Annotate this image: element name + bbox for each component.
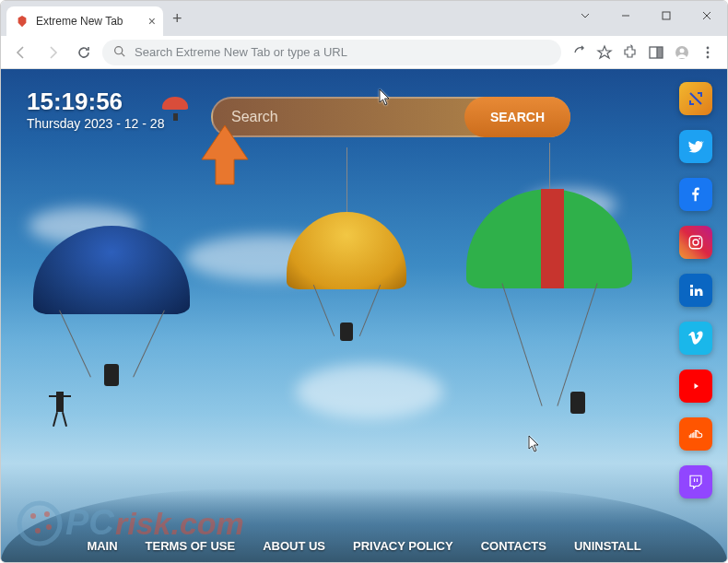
forward-button[interactable] <box>40 40 65 65</box>
social-twitter-icon[interactable] <box>679 130 712 163</box>
footer-link-terms[interactable]: TERMS OF USE <box>146 539 236 553</box>
new-tab-button[interactable]: + <box>163 6 192 32</box>
svg-point-19 <box>44 511 50 517</box>
reload-button[interactable] <box>71 40 97 65</box>
social-linkedin-icon[interactable] <box>679 274 712 307</box>
bookmark-icon[interactable] <box>596 44 613 61</box>
tab-close-icon[interactable]: × <box>148 14 156 29</box>
clock-time: 15:19:56 <box>27 88 164 116</box>
parachute-small-red <box>162 97 188 119</box>
chevron-down-icon[interactable] <box>565 1 605 30</box>
parachute-blue <box>33 226 190 373</box>
social-twitch-icon[interactable] <box>679 465 712 498</box>
profile-icon[interactable] <box>674 44 690 61</box>
address-bar[interactable]: Search Extreme New Tab or type a URL <box>102 40 561 65</box>
svg-point-16 <box>699 238 700 240</box>
social-instagram-icon[interactable] <box>679 226 712 259</box>
search-button[interactable]: SEARCH <box>464 97 570 137</box>
search-icon <box>113 44 125 61</box>
social-custom-icon[interactable] <box>679 82 712 115</box>
svg-point-15 <box>693 240 699 245</box>
svg-rect-1 <box>663 12 670 19</box>
extensions-icon[interactable] <box>622 44 639 61</box>
social-facebook-icon[interactable] <box>679 178 712 211</box>
footer-link-uninstall[interactable]: UNINSTALL <box>574 539 641 553</box>
watermark-text: risk.com <box>115 506 244 541</box>
search-bar: SEARCH <box>211 97 570 137</box>
social-soundcloud-icon[interactable] <box>679 417 712 451</box>
sidepanel-icon[interactable] <box>648 44 664 61</box>
close-button[interactable] <box>687 1 727 30</box>
page-content: 15:19:56 Thursday 2023 - 12 - 28 SEARCH <box>1 69 727 562</box>
clock-date: Thursday 2023 - 12 - 28 <box>27 116 164 131</box>
share-icon[interactable] <box>570 44 587 61</box>
parachute-green <box>466 189 632 355</box>
titlebar: Extreme New Tab × + <box>1 1 727 36</box>
svg-point-11 <box>707 46 710 49</box>
social-youtube-icon[interactable] <box>679 369 712 403</box>
footer-link-privacy[interactable]: PRIVACY POLICY <box>353 539 453 553</box>
svg-rect-8 <box>657 47 663 58</box>
maximize-button[interactable] <box>646 1 687 30</box>
footer-link-main[interactable]: MAIN <box>87 539 117 553</box>
svg-point-17 <box>19 503 60 544</box>
browser-tab[interactable]: Extreme New Tab × <box>6 6 163 36</box>
tab-favicon <box>16 15 29 28</box>
minimize-button[interactable] <box>605 1 646 30</box>
svg-point-10 <box>680 48 685 53</box>
clock-widget: 15:19:56 Thursday 2023 - 12 - 28 <box>27 88 164 131</box>
window-controls <box>565 1 727 36</box>
address-placeholder: Search Extreme New Tab or type a URL <box>135 45 347 59</box>
parachute-yellow <box>287 212 406 341</box>
kebab-menu-icon[interactable] <box>699 44 716 61</box>
social-sidebar <box>679 82 712 498</box>
footer-link-about[interactable]: ABOUT US <box>263 539 325 553</box>
svg-point-13 <box>707 55 710 58</box>
toolbar: Search Extreme New Tab or type a URL <box>1 36 727 69</box>
svg-text:PC: PC <box>65 503 114 542</box>
svg-point-12 <box>707 51 710 53</box>
social-vimeo-icon[interactable] <box>679 322 712 355</box>
svg-point-4 <box>115 46 123 53</box>
footer-link-contacts[interactable]: CONTACTS <box>481 539 546 553</box>
skydiver-left <box>47 392 73 438</box>
footer-nav: MAIN TERMS OF USE ABOUT US PRIVACY POLIC… <box>1 539 727 553</box>
svg-point-21 <box>46 524 52 530</box>
svg-point-18 <box>30 513 36 519</box>
back-button[interactable] <box>8 40 34 65</box>
svg-line-5 <box>122 53 124 55</box>
tab-title: Extreme New Tab <box>36 15 123 28</box>
svg-point-20 <box>35 528 41 534</box>
toolbar-actions <box>567 44 720 61</box>
search-input[interactable] <box>231 109 464 125</box>
browser-window: Extreme New Tab × + Search Extreme New T… <box>0 0 728 563</box>
